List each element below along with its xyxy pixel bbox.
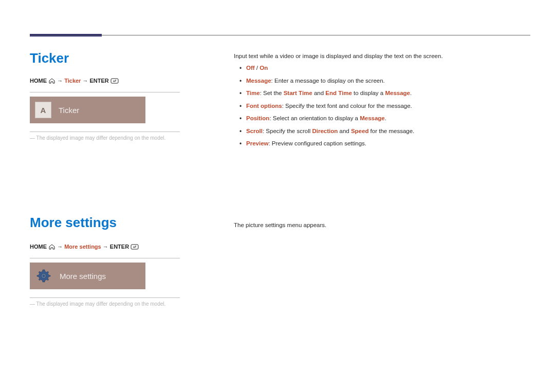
enter-icon xyxy=(110,78,119,84)
bullet-scroll: Scroll: Specify the scroll Direction and… xyxy=(234,127,530,136)
bullet-key: Scroll xyxy=(246,128,263,134)
tile-label: Ticker xyxy=(59,106,79,115)
bullet-text: and xyxy=(312,90,326,96)
breadcrumb-enter: ENTER xyxy=(90,78,109,84)
bullet-font-options: Font options: Specify the text font and … xyxy=(234,102,530,110)
bullet-message: Message: Enter a message to display on t… xyxy=(234,77,530,85)
intro-text: The picture settings menu appears. xyxy=(234,222,530,228)
direction-hl: Direction xyxy=(312,128,338,134)
sep: / xyxy=(255,65,260,71)
tile-icon-letter: A xyxy=(35,102,51,118)
breadcrumb-home: HOME xyxy=(30,244,47,250)
bullet-text: . xyxy=(385,115,386,121)
section-more-settings-left: More settings HOME → More settings → ENT… xyxy=(30,215,210,307)
disclaimer-text: The displayed image may differ depending… xyxy=(30,301,210,307)
bullet-key: Time xyxy=(246,90,260,96)
divider xyxy=(30,132,180,132)
section-ticker-right: Input text while a video or image is dis… xyxy=(234,53,530,153)
on-label: On xyxy=(260,65,268,71)
arrow-icon: → xyxy=(103,244,110,250)
header-rule xyxy=(30,35,530,35)
bullet-text: : Set the xyxy=(260,90,284,96)
breadcrumb-path: More settings xyxy=(64,244,101,250)
divider xyxy=(30,297,180,298)
section-title-ticker: Ticker xyxy=(30,50,210,66)
tile-label: More settings xyxy=(60,272,106,281)
bullet-position: Position: Select an orientation to displ… xyxy=(234,115,530,123)
bullet-text: . xyxy=(410,90,412,96)
tile-ticker: A Ticker xyxy=(30,97,145,123)
bullet-key: Preview xyxy=(246,140,268,146)
breadcrumb-home: HOME xyxy=(30,78,47,84)
bullet-text: : Enter a message to display on the scre… xyxy=(271,78,385,84)
bullet-text: : Preview configured caption settings. xyxy=(268,140,366,146)
disclaimer-text: The displayed image may differ depending… xyxy=(30,135,210,141)
breadcrumb-ticker: HOME → Ticker → ENTER xyxy=(30,78,210,84)
bullet-text: and xyxy=(338,128,351,134)
arrow-icon: → xyxy=(57,244,64,250)
message-hl: Message xyxy=(385,90,410,96)
section-ticker-left: Ticker HOME → Ticker → ENTER A Ticker Th… xyxy=(30,50,210,141)
gear-icon xyxy=(35,267,52,285)
intro-text: Input text while a video or image is dis… xyxy=(234,53,530,59)
bullet-text: : Select an orientation to display a xyxy=(269,115,360,121)
bullet-text: : Specify the scroll xyxy=(263,128,312,134)
end-time: End Time xyxy=(325,90,352,96)
section-more-settings-right: The picture settings menu appears. xyxy=(234,222,530,233)
off-label: Off xyxy=(246,65,255,71)
divider xyxy=(30,258,180,258)
bullet-key: Position xyxy=(246,115,269,121)
bullet-preview: Preview: Preview configured caption sett… xyxy=(234,140,530,148)
divider xyxy=(30,92,180,92)
section-title-more-settings: More settings xyxy=(30,215,210,231)
svg-point-3 xyxy=(43,275,45,277)
bullet-off-on: Off / On xyxy=(234,64,530,72)
bullet-list-ticker: Off / On Message: Enter a message to dis… xyxy=(234,64,530,148)
arrow-icon: → xyxy=(82,78,89,84)
home-icon xyxy=(48,244,55,250)
bullet-text: : Specify the text font and colour for t… xyxy=(282,103,412,109)
bullet-text: to display a xyxy=(352,90,385,96)
enter-icon xyxy=(131,244,139,250)
breadcrumb-path: Ticker xyxy=(64,78,81,84)
arrow-icon: → xyxy=(57,78,64,84)
home-icon xyxy=(48,78,55,84)
breadcrumb-enter: ENTER xyxy=(110,244,129,250)
tile-more-settings: More settings xyxy=(30,263,145,289)
start-time: Start Time xyxy=(284,90,312,96)
bullet-time: Time: Set the Start Time and End Time to… xyxy=(234,89,530,98)
speed-hl: Speed xyxy=(351,128,369,134)
bullet-key: Message xyxy=(246,78,271,84)
bullet-key: Font options xyxy=(246,103,282,109)
bullet-text: for the message. xyxy=(368,128,414,134)
breadcrumb-more-settings: HOME → More settings → ENTER xyxy=(30,244,210,250)
message-hl: Message xyxy=(360,115,385,121)
